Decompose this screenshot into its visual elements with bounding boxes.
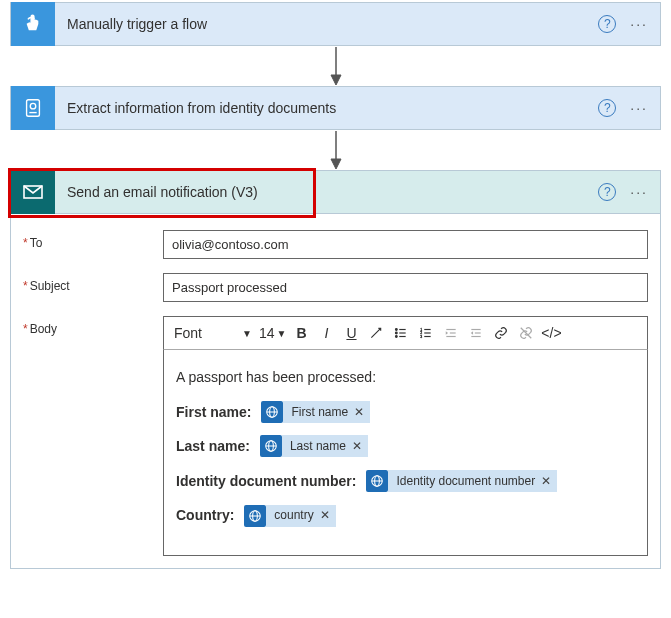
remove-token-icon[interactable]: ✕ (320, 504, 330, 527)
body-editor[interactable]: A passport has been processed: First nam… (163, 350, 648, 556)
svg-point-8 (396, 329, 398, 331)
dynamic-content-icon (244, 505, 266, 527)
indent-button[interactable] (464, 321, 488, 345)
bullets-button[interactable] (389, 321, 413, 345)
caret-down-icon: ▼ (242, 328, 252, 339)
dynamic-content-icon (366, 470, 388, 492)
step-extract-title: Extract information from identity docume… (55, 100, 598, 116)
outdent-button[interactable] (439, 321, 463, 345)
font-select-label: Font (174, 325, 202, 341)
size-select-label: 14 (259, 325, 275, 341)
token-label: country (274, 504, 313, 527)
token-label: Identity document number (396, 470, 535, 493)
underline-button[interactable]: U (339, 321, 363, 345)
body-intro: A passport has been processed: (176, 364, 635, 391)
svg-marker-23 (446, 331, 448, 335)
step-trigger[interactable]: Manually trigger a flow ? ··· (10, 2, 661, 46)
caret-down-icon: ▼ (277, 328, 287, 339)
code-view-button[interactable]: </> (539, 321, 563, 345)
italic-button[interactable]: I (314, 321, 338, 345)
row-subject: *Subject (23, 273, 648, 302)
help-icon[interactable]: ? (598, 183, 616, 201)
svg-point-3 (30, 103, 36, 109)
help-icon[interactable]: ? (598, 15, 616, 33)
mail-icon (11, 170, 55, 214)
svg-rect-2 (27, 100, 40, 117)
step-email[interactable]: Send an email notification (V3) ? ··· (10, 170, 661, 214)
body-line-first: First name: First name✕ (176, 399, 635, 426)
svg-marker-27 (471, 331, 473, 335)
token-label: Last name (290, 435, 346, 458)
label-to: *To (23, 230, 163, 250)
help-icon[interactable]: ? (598, 99, 616, 117)
remove-token-icon[interactable]: ✕ (541, 470, 551, 493)
touch-icon (11, 2, 55, 46)
token-country[interactable]: country✕ (244, 505, 335, 527)
body-line-idnum: Identity document number: Identity docum… (176, 468, 635, 495)
svg-marker-1 (331, 75, 341, 85)
token-first-name[interactable]: First name✕ (261, 401, 370, 423)
step-extract[interactable]: Extract information from identity docume… (10, 86, 661, 130)
label-subject: *Subject (23, 273, 163, 293)
input-to[interactable] (163, 230, 648, 259)
svg-marker-6 (331, 159, 341, 169)
row-to: *To (23, 230, 648, 259)
step-email-body: *To *Subject *Body Font ▼ 14 ▼ B I U (10, 214, 661, 569)
more-icon[interactable]: ··· (630, 184, 648, 200)
size-select[interactable]: 14 ▼ (257, 323, 288, 343)
first-name-label: First name: (176, 399, 251, 426)
input-subject[interactable] (163, 273, 648, 302)
token-idnum[interactable]: Identity document number✕ (366, 470, 557, 492)
document-ai-icon (11, 86, 55, 130)
arrow-connector (10, 130, 661, 170)
color-button[interactable] (364, 321, 388, 345)
last-name-label: Last name: (176, 433, 250, 460)
row-body: *Body Font ▼ 14 ▼ B I U (23, 316, 648, 556)
more-icon[interactable]: ··· (630, 16, 648, 32)
step-email-title: Send an email notification (V3) (55, 184, 598, 200)
remove-token-icon[interactable]: ✕ (352, 435, 362, 458)
token-label: First name (291, 401, 348, 424)
remove-token-icon[interactable]: ✕ (354, 401, 364, 424)
label-body: *Body (23, 316, 163, 336)
step-trigger-title: Manually trigger a flow (55, 16, 598, 32)
svg-text:3: 3 (421, 335, 423, 339)
numbered-button[interactable]: 123 (414, 321, 438, 345)
idnum-label: Identity document number: (176, 468, 356, 495)
country-label: Country: (176, 502, 234, 529)
svg-point-12 (396, 336, 398, 338)
dynamic-content-icon (260, 435, 282, 457)
link-button[interactable] (489, 321, 513, 345)
rich-text-toolbar: Font ▼ 14 ▼ B I U 123 (163, 316, 648, 350)
arrow-connector (10, 46, 661, 86)
body-line-country: Country: country✕ (176, 502, 635, 529)
more-icon[interactable]: ··· (630, 100, 648, 116)
svg-point-10 (396, 332, 398, 334)
bold-button[interactable]: B (289, 321, 313, 345)
font-select[interactable]: Font ▼ (170, 323, 256, 343)
dynamic-content-icon (261, 401, 283, 423)
unlink-button[interactable] (514, 321, 538, 345)
body-line-last: Last name: Last name✕ (176, 433, 635, 460)
token-last-name[interactable]: Last name✕ (260, 435, 368, 457)
